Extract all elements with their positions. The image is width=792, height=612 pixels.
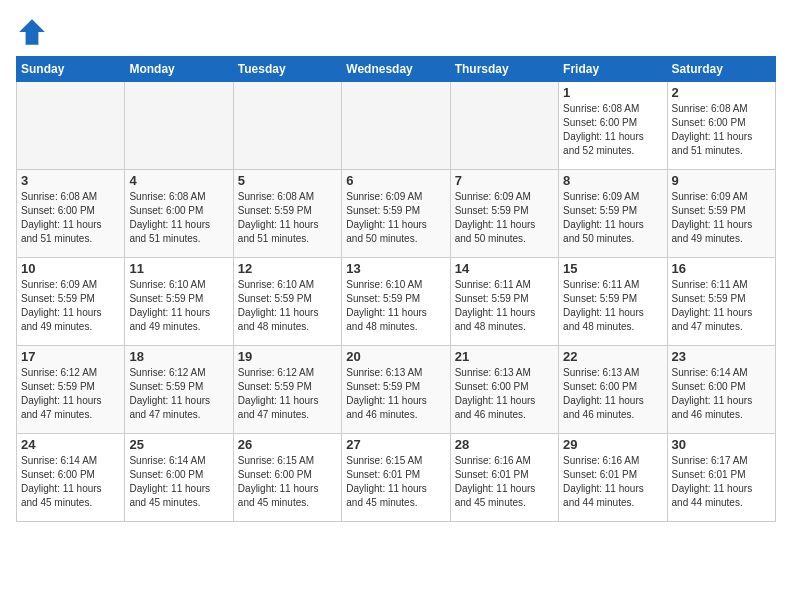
day-info: Sunrise: 6:08 AM Sunset: 5:59 PM Dayligh… [238, 190, 337, 246]
calendar-day: 16Sunrise: 6:11 AM Sunset: 5:59 PM Dayli… [667, 258, 775, 346]
day-number: 27 [346, 437, 445, 452]
calendar-day: 19Sunrise: 6:12 AM Sunset: 5:59 PM Dayli… [233, 346, 341, 434]
calendar-day [17, 82, 125, 170]
calendar-day: 8Sunrise: 6:09 AM Sunset: 5:59 PM Daylig… [559, 170, 667, 258]
day-number: 1 [563, 85, 662, 100]
calendar-header-friday: Friday [559, 57, 667, 82]
day-number: 7 [455, 173, 554, 188]
day-number: 20 [346, 349, 445, 364]
day-info: Sunrise: 6:12 AM Sunset: 5:59 PM Dayligh… [129, 366, 228, 422]
day-number: 29 [563, 437, 662, 452]
day-info: Sunrise: 6:16 AM Sunset: 6:01 PM Dayligh… [563, 454, 662, 510]
calendar-day: 28Sunrise: 6:16 AM Sunset: 6:01 PM Dayli… [450, 434, 558, 522]
calendar-day: 25Sunrise: 6:14 AM Sunset: 6:00 PM Dayli… [125, 434, 233, 522]
calendar-header-wednesday: Wednesday [342, 57, 450, 82]
calendar-day: 12Sunrise: 6:10 AM Sunset: 5:59 PM Dayli… [233, 258, 341, 346]
day-number: 18 [129, 349, 228, 364]
logo [16, 16, 52, 48]
day-info: Sunrise: 6:13 AM Sunset: 6:00 PM Dayligh… [563, 366, 662, 422]
day-info: Sunrise: 6:14 AM Sunset: 6:00 PM Dayligh… [21, 454, 120, 510]
day-info: Sunrise: 6:14 AM Sunset: 6:00 PM Dayligh… [672, 366, 771, 422]
calendar-day [342, 82, 450, 170]
logo-icon [16, 16, 48, 48]
calendar-day [233, 82, 341, 170]
day-number: 12 [238, 261, 337, 276]
day-info: Sunrise: 6:16 AM Sunset: 6:01 PM Dayligh… [455, 454, 554, 510]
day-number: 8 [563, 173, 662, 188]
day-info: Sunrise: 6:10 AM Sunset: 5:59 PM Dayligh… [238, 278, 337, 334]
calendar-table: SundayMondayTuesdayWednesdayThursdayFrid… [16, 56, 776, 522]
day-number: 5 [238, 173, 337, 188]
day-info: Sunrise: 6:08 AM Sunset: 6:00 PM Dayligh… [129, 190, 228, 246]
calendar-day: 2Sunrise: 6:08 AM Sunset: 6:00 PM Daylig… [667, 82, 775, 170]
calendar-day: 15Sunrise: 6:11 AM Sunset: 5:59 PM Dayli… [559, 258, 667, 346]
calendar-header-sunday: Sunday [17, 57, 125, 82]
day-number: 13 [346, 261, 445, 276]
day-info: Sunrise: 6:15 AM Sunset: 6:00 PM Dayligh… [238, 454, 337, 510]
day-number: 28 [455, 437, 554, 452]
calendar-day: 29Sunrise: 6:16 AM Sunset: 6:01 PM Dayli… [559, 434, 667, 522]
day-info: Sunrise: 6:08 AM Sunset: 6:00 PM Dayligh… [21, 190, 120, 246]
calendar-day: 17Sunrise: 6:12 AM Sunset: 5:59 PM Dayli… [17, 346, 125, 434]
calendar-week-2: 3Sunrise: 6:08 AM Sunset: 6:00 PM Daylig… [17, 170, 776, 258]
day-number: 25 [129, 437, 228, 452]
calendar-day [450, 82, 558, 170]
calendar-day [125, 82, 233, 170]
calendar-header-monday: Monday [125, 57, 233, 82]
calendar-day: 1Sunrise: 6:08 AM Sunset: 6:00 PM Daylig… [559, 82, 667, 170]
calendar-header-tuesday: Tuesday [233, 57, 341, 82]
calendar-header-thursday: Thursday [450, 57, 558, 82]
day-number: 19 [238, 349, 337, 364]
day-number: 2 [672, 85, 771, 100]
day-info: Sunrise: 6:09 AM Sunset: 5:59 PM Dayligh… [563, 190, 662, 246]
calendar-week-3: 10Sunrise: 6:09 AM Sunset: 5:59 PM Dayli… [17, 258, 776, 346]
day-info: Sunrise: 6:13 AM Sunset: 6:00 PM Dayligh… [455, 366, 554, 422]
day-info: Sunrise: 6:12 AM Sunset: 5:59 PM Dayligh… [238, 366, 337, 422]
calendar-week-5: 24Sunrise: 6:14 AM Sunset: 6:00 PM Dayli… [17, 434, 776, 522]
calendar-day: 20Sunrise: 6:13 AM Sunset: 5:59 PM Dayli… [342, 346, 450, 434]
calendar-day: 3Sunrise: 6:08 AM Sunset: 6:00 PM Daylig… [17, 170, 125, 258]
calendar-day: 5Sunrise: 6:08 AM Sunset: 5:59 PM Daylig… [233, 170, 341, 258]
calendar-week-1: 1Sunrise: 6:08 AM Sunset: 6:00 PM Daylig… [17, 82, 776, 170]
day-info: Sunrise: 6:10 AM Sunset: 5:59 PM Dayligh… [346, 278, 445, 334]
day-number: 11 [129, 261, 228, 276]
day-info: Sunrise: 6:13 AM Sunset: 5:59 PM Dayligh… [346, 366, 445, 422]
calendar-day: 9Sunrise: 6:09 AM Sunset: 5:59 PM Daylig… [667, 170, 775, 258]
day-number: 14 [455, 261, 554, 276]
day-number: 23 [672, 349, 771, 364]
calendar-day: 7Sunrise: 6:09 AM Sunset: 5:59 PM Daylig… [450, 170, 558, 258]
calendar-day: 23Sunrise: 6:14 AM Sunset: 6:00 PM Dayli… [667, 346, 775, 434]
day-info: Sunrise: 6:09 AM Sunset: 5:59 PM Dayligh… [346, 190, 445, 246]
calendar-day: 21Sunrise: 6:13 AM Sunset: 6:00 PM Dayli… [450, 346, 558, 434]
day-info: Sunrise: 6:11 AM Sunset: 5:59 PM Dayligh… [672, 278, 771, 334]
day-info: Sunrise: 6:17 AM Sunset: 6:01 PM Dayligh… [672, 454, 771, 510]
calendar-week-4: 17Sunrise: 6:12 AM Sunset: 5:59 PM Dayli… [17, 346, 776, 434]
calendar-day: 14Sunrise: 6:11 AM Sunset: 5:59 PM Dayli… [450, 258, 558, 346]
svg-marker-0 [19, 19, 45, 45]
day-number: 22 [563, 349, 662, 364]
day-number: 10 [21, 261, 120, 276]
page-header [16, 16, 776, 48]
day-info: Sunrise: 6:09 AM Sunset: 5:59 PM Dayligh… [672, 190, 771, 246]
day-number: 6 [346, 173, 445, 188]
day-info: Sunrise: 6:11 AM Sunset: 5:59 PM Dayligh… [455, 278, 554, 334]
day-number: 16 [672, 261, 771, 276]
day-number: 26 [238, 437, 337, 452]
calendar-day: 10Sunrise: 6:09 AM Sunset: 5:59 PM Dayli… [17, 258, 125, 346]
calendar-day: 11Sunrise: 6:10 AM Sunset: 5:59 PM Dayli… [125, 258, 233, 346]
day-number: 17 [21, 349, 120, 364]
day-info: Sunrise: 6:09 AM Sunset: 5:59 PM Dayligh… [455, 190, 554, 246]
day-info: Sunrise: 6:09 AM Sunset: 5:59 PM Dayligh… [21, 278, 120, 334]
day-number: 3 [21, 173, 120, 188]
calendar-day: 13Sunrise: 6:10 AM Sunset: 5:59 PM Dayli… [342, 258, 450, 346]
day-info: Sunrise: 6:08 AM Sunset: 6:00 PM Dayligh… [672, 102, 771, 158]
day-number: 9 [672, 173, 771, 188]
calendar-day: 24Sunrise: 6:14 AM Sunset: 6:00 PM Dayli… [17, 434, 125, 522]
calendar-day: 6Sunrise: 6:09 AM Sunset: 5:59 PM Daylig… [342, 170, 450, 258]
calendar-day: 27Sunrise: 6:15 AM Sunset: 6:01 PM Dayli… [342, 434, 450, 522]
day-number: 4 [129, 173, 228, 188]
day-info: Sunrise: 6:11 AM Sunset: 5:59 PM Dayligh… [563, 278, 662, 334]
calendar-header-saturday: Saturday [667, 57, 775, 82]
calendar-day: 22Sunrise: 6:13 AM Sunset: 6:00 PM Dayli… [559, 346, 667, 434]
day-number: 21 [455, 349, 554, 364]
